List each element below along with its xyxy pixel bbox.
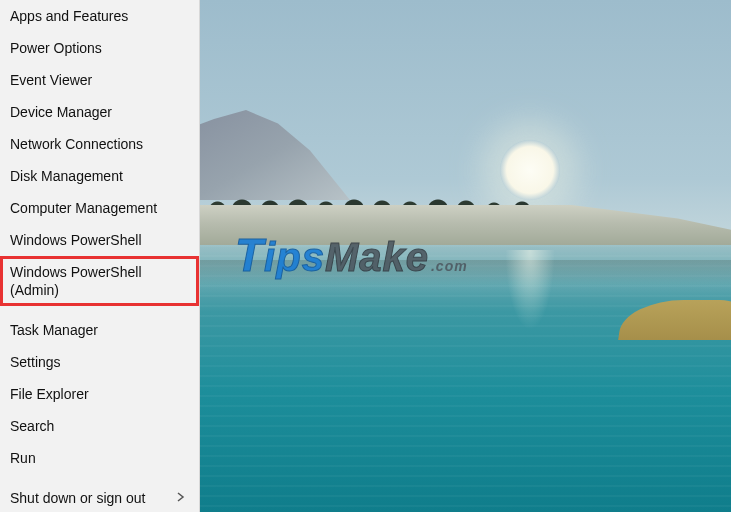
watermark-make: Make <box>325 235 429 280</box>
menu-item-label: Run <box>10 449 36 467</box>
wallpaper-water <box>200 245 731 512</box>
menu-item-windows-powershell[interactable]: Windows PowerShell <box>0 224 199 256</box>
menu-item-label: File Explorer <box>10 385 89 403</box>
menu-item-device-manager[interactable]: Device Manager <box>0 96 199 128</box>
menu-item-network-connections[interactable]: Network Connections <box>0 128 199 160</box>
menu-item-label: Shut down or sign out <box>10 489 145 507</box>
menu-item-label: Apps and Features <box>10 7 128 25</box>
menu-item-label: Task Manager <box>10 321 98 339</box>
menu-item-event-viewer[interactable]: Event Viewer <box>0 64 199 96</box>
menu-item-power-options[interactable]: Power Options <box>0 32 199 64</box>
menu-item-label: Windows PowerShell <box>10 231 142 249</box>
wallpaper-sun-reflection <box>505 250 555 330</box>
menu-item-label: Event Viewer <box>10 71 92 89</box>
wallpaper-treeline <box>200 170 550 210</box>
watermark-letter-t: T <box>235 228 264 282</box>
menu-item-run[interactable]: Run <box>0 442 199 474</box>
watermark-ips: ips <box>264 235 325 280</box>
menu-item-label: Power Options <box>10 39 102 57</box>
menu-item-windows-powershell-admin[interactable]: Windows PowerShell (Admin) <box>0 256 199 306</box>
menu-item-label: Disk Management <box>10 167 123 185</box>
watermark-tipsmake: TipsMake.com <box>235 228 468 282</box>
winx-menu: Apps and Features Power Options Event Vi… <box>0 0 200 512</box>
menu-item-label: Network Connections <box>10 135 143 153</box>
menu-item-settings[interactable]: Settings <box>0 346 199 378</box>
desktop-wallpaper[interactable]: TipsMake.com <box>200 0 731 512</box>
menu-item-file-explorer[interactable]: File Explorer <box>0 378 199 410</box>
menu-item-task-manager[interactable]: Task Manager <box>0 314 199 346</box>
menu-item-label: Device Manager <box>10 103 112 121</box>
menu-item-label: Search <box>10 417 54 435</box>
menu-item-shut-down-or-sign-out[interactable]: Shut down or sign out <box>0 482 199 512</box>
root: Apps and Features Power Options Event Vi… <box>0 0 731 512</box>
menu-item-disk-management[interactable]: Disk Management <box>0 160 199 192</box>
menu-item-computer-management[interactable]: Computer Management <box>0 192 199 224</box>
watermark-com: .com <box>431 258 468 274</box>
chevron-right-icon <box>177 489 189 507</box>
menu-item-label: Settings <box>10 353 61 371</box>
menu-item-search[interactable]: Search <box>0 410 199 442</box>
menu-item-label: Computer Management <box>10 199 157 217</box>
menu-item-label: Windows PowerShell (Admin) <box>10 263 189 299</box>
menu-item-apps-and-features[interactable]: Apps and Features <box>0 0 199 32</box>
